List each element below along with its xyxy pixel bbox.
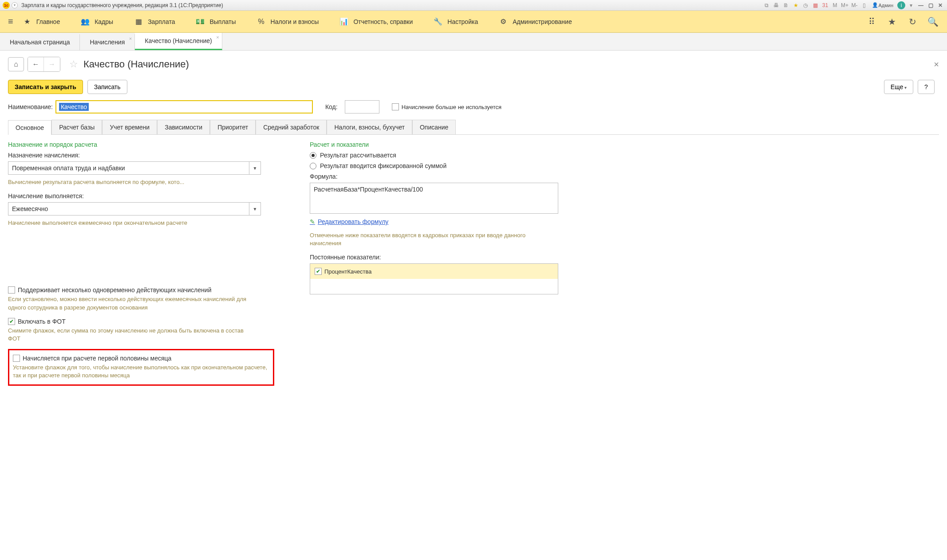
stab-priority[interactable]: Приоритет (210, 120, 256, 134)
firsthalf-highlight-box: Начисляется при расчете первой половины … (8, 349, 274, 385)
menu-salary[interactable]: ▦Зарплата (134, 17, 175, 27)
titlebar-mminus-icon[interactable]: M- (850, 1, 858, 9)
tab-start-page[interactable]: Начальная страница (0, 34, 80, 50)
money-icon: 💵 (195, 17, 205, 27)
menu-hr[interactable]: 👥Кадры (80, 17, 113, 27)
indicator-name: ПроцентКачества (324, 268, 371, 275)
chevron-down-icon[interactable]: ▼ (249, 161, 261, 175)
home-icon: ★ (22, 17, 32, 27)
tab-accruals[interactable]: Начисления× (80, 34, 135, 50)
report-icon: 📊 (339, 17, 349, 27)
multi-checkbox[interactable] (8, 286, 15, 294)
page-body: ⌂ ← → ☆ Качество (Начисление) × Записать… (0, 51, 947, 392)
indicator-row-empty (310, 279, 558, 294)
page-fav-star-icon[interactable]: ☆ (69, 59, 78, 70)
exec-label: Начисление выполняется: (8, 192, 274, 200)
history-icon[interactable]: ↻ (906, 16, 919, 28)
window-close-icon[interactable]: ✕ (936, 1, 944, 9)
percent-icon: % (256, 17, 266, 27)
titlebar-dropdown2-icon[interactable]: ▾ (907, 1, 915, 9)
page-close-icon[interactable]: × (934, 59, 939, 70)
stab-desc[interactable]: Описание (412, 120, 456, 134)
titlebar-m-icon[interactable]: M (831, 1, 839, 9)
nav-tabs: Начальная страница Начисления× Качество … (0, 33, 947, 51)
tab-quality-accrual[interactable]: Качество (Начисление)× (135, 33, 222, 50)
exec-select[interactable]: Ежемесячно ▼ (8, 202, 261, 215)
titlebar-compass-icon[interactable]: ◷ (801, 1, 809, 9)
code-label: Код: (325, 103, 338, 110)
name-input[interactable]: Качество (55, 100, 313, 114)
menu-payments[interactable]: 💵Выплаты (195, 17, 236, 27)
tab-close-icon[interactable]: × (129, 36, 132, 41)
pencil-icon: ✎ (310, 218, 315, 225)
assign-label: Назначение начисления: (8, 152, 274, 159)
indicator-checkbox[interactable] (315, 268, 322, 275)
stab-time[interactable]: Учет времени (102, 120, 157, 134)
menu-reports[interactable]: 📊Отчетность, справки (339, 17, 413, 27)
titlebar-info-icon[interactable]: i (897, 1, 905, 9)
titlebar-calendar-icon[interactable]: 31 (821, 1, 829, 9)
section-tabs: Основное Расчет базы Учет времени Зависи… (8, 120, 939, 135)
indicators-label: Постоянные показатели: (310, 254, 558, 261)
wrench-icon: 🔧 (433, 17, 443, 27)
titlebar-user[interactable]: 👤 Админ (870, 1, 896, 9)
menu-main[interactable]: ★Главное (22, 17, 60, 27)
menu-admin[interactable]: ⚙Администрирование (498, 17, 572, 27)
titlebar-icon-2[interactable]: 🖶 (772, 1, 780, 9)
indicators-hint: Отмеченные ниже показатели вводятся в ка… (310, 231, 549, 247)
stab-avg[interactable]: Средний заработок (256, 120, 327, 134)
radio-fixed[interactable]: Результат вводится фиксированной суммой (310, 162, 558, 169)
app-logo-icon: 1c (3, 2, 10, 9)
save-button[interactable]: Записать (87, 80, 127, 94)
window-minimize-icon[interactable]: — (917, 1, 925, 9)
window-titlebar: 1c ▾ Зарплата и кадры государственного у… (0, 0, 947, 11)
page-header: ⌂ ← → ☆ Качество (Начисление) × (8, 57, 939, 72)
search-icon[interactable]: 🔍 (927, 16, 939, 28)
name-label: Наименование: (8, 103, 53, 110)
titlebar-calc-icon[interactable]: ▦ (811, 1, 819, 9)
titlebar-icon-3[interactable]: 🗎 (782, 1, 790, 9)
edit-formula-link[interactable]: ✎Редактировать формулу (310, 218, 388, 225)
more-button[interactable]: Еще (884, 80, 913, 94)
help-button[interactable]: ? (918, 80, 935, 94)
code-input[interactable] (345, 100, 379, 114)
right-column: Расчет и показатели Результат рассчитыва… (310, 141, 558, 386)
window-maximize-icon[interactable]: ▢ (927, 1, 935, 9)
apps-grid-icon[interactable]: ⠿ (865, 16, 878, 28)
titlebar-mplus-icon[interactable]: M+ (840, 1, 848, 9)
save-and-close-button[interactable]: Записать и закрыть (8, 80, 83, 94)
fot-hint: Снимите флажок, если сумма по этому начи… (8, 327, 256, 343)
nav-forward-button[interactable]: → (44, 57, 60, 71)
assign-select[interactable]: Повременная оплата труда и надбавки ▼ (8, 161, 261, 175)
name-row: Наименование: Качество Код: Начисление б… (8, 100, 939, 114)
burger-icon[interactable]: ≡ (8, 16, 13, 27)
fot-checkbox[interactable] (8, 318, 15, 325)
home-button[interactable]: ⌂ (8, 57, 24, 71)
nav-back-button[interactable]: ← (28, 57, 44, 71)
menu-settings[interactable]: 🔧Настройка (433, 17, 478, 27)
titlebar-panel-icon[interactable]: ▯ (860, 1, 868, 9)
not-used-checkbox[interactable] (392, 103, 399, 110)
multi-hint: Если установлено, можно ввести несколько… (8, 295, 256, 311)
stab-base[interactable]: Расчет базы (51, 120, 102, 134)
assign-hint: Вычисление результата расчета выполняетс… (8, 178, 274, 186)
stab-deps[interactable]: Зависимости (157, 120, 210, 134)
chevron-down-icon[interactable]: ▼ (249, 202, 261, 215)
stab-main[interactable]: Основное (8, 120, 51, 135)
titlebar-star-icon[interactable]: ★ (792, 1, 800, 9)
fav-star-icon[interactable]: ★ (886, 16, 898, 28)
tab-close-icon[interactable]: × (216, 35, 219, 40)
group-purpose: Назначение и порядок расчета (8, 141, 274, 148)
command-bar: Записать и закрыть Записать Еще ? (8, 80, 939, 94)
people-icon: 👥 (80, 17, 90, 27)
firsthalf-checkbox[interactable] (13, 355, 20, 362)
titlebar-dropdown-icon[interactable]: ▾ (12, 2, 18, 8)
page-title: Качество (Начисление) (83, 59, 189, 70)
main-menu: ≡ ★Главное 👥Кадры ▦Зарплата 💵Выплаты %На… (0, 11, 947, 33)
menu-taxes[interactable]: %Налоги и взносы (256, 17, 319, 27)
titlebar-icon-1[interactable]: ⧉ (762, 1, 770, 9)
indicator-row[interactable]: ПроцентКачества (310, 264, 558, 279)
radio-calculated[interactable]: Результат рассчитывается (310, 152, 558, 159)
stab-taxes[interactable]: Налоги, взносы, бухучет (327, 120, 412, 134)
gear-icon: ⚙ (498, 17, 508, 27)
